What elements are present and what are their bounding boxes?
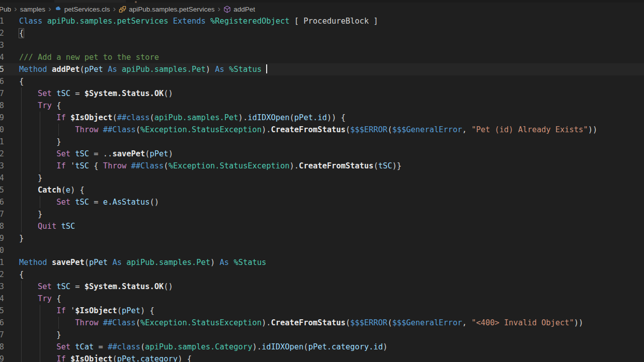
line-number[interactable]: 14 [0, 172, 4, 184]
line-number[interactable]: 29 [0, 353, 4, 362]
breadcrumb-item-label: samples [20, 6, 45, 13]
code-line-text: /// Add a new pet to the store [19, 51, 159, 63]
code-line[interactable]: 29 If $IsObject(pPet.category) { [0, 353, 644, 362]
file-objectscript-icon [54, 6, 62, 13]
code-line[interactable]: 14 } [0, 172, 644, 184]
code-line-text: Set tCat = ##class(apiPub.samples.Catego… [19, 341, 387, 353]
breadcrumb: Pub›samples›petServices.cls›apiPub.sampl… [0, 3, 255, 16]
code-line-text: If 'tSC { Throw ##Class(%Exception.Statu… [19, 160, 401, 172]
code-line[interactable]: 27 } [0, 329, 644, 341]
line-number[interactable]: 18 [0, 220, 4, 232]
line-number[interactable]: 9 [0, 112, 4, 124]
code-line-text: Throw ##Class(%Exception.StatusException… [19, 124, 597, 136]
code-line-text: Set tSC = $System.Status.OK() [19, 87, 173, 100]
breadcrumb-item-label: apiPub.samples.petServices [129, 6, 214, 13]
line-number[interactable]: 20 [0, 244, 4, 256]
line-number[interactable]: 19 [0, 232, 4, 244]
code-line[interactable]: 19} [0, 232, 644, 244]
line-number[interactable]: 17 [0, 208, 4, 220]
code-line-text: { [19, 27, 24, 39]
code-line-text: Try { [19, 100, 61, 112]
line-number[interactable]: 8 [0, 100, 4, 112]
code-line[interactable]: 16 Set tSC = e.AsStatus() [0, 196, 644, 208]
code-line-text: Set tSC = ..savePet(pPet) [19, 148, 173, 160]
code-line[interactable]: 11 } [0, 136, 644, 148]
code-line[interactable]: 22{ [0, 268, 644, 281]
code-line[interactable]: 1Class apiPub.samples.petServices Extend… [0, 15, 644, 27]
line-number[interactable]: 4 [0, 51, 4, 63]
code-line[interactable]: 23 Set tSC = $System.Status.OK() [0, 281, 644, 293]
code-line[interactable]: 6{ [0, 75, 644, 87]
code-line-text: Try { [19, 293, 61, 305]
chevron-right-icon: › [217, 5, 220, 13]
code-line-text: If $IsObject(##class(apiPub.samples.Pet)… [19, 112, 346, 124]
code-line-text: } [19, 232, 24, 244]
code-editor[interactable]: 1Class apiPub.samples.petServices Extend… [0, 15, 644, 362]
code-line[interactable]: 21Method savePet(pPet As apiPub.samples.… [0, 256, 644, 268]
code-line[interactable]: 10 Throw ##Class(%Exception.StatusExcept… [0, 124, 644, 136]
line-number[interactable]: 27 [0, 329, 4, 341]
line-number[interactable]: 28 [0, 341, 4, 353]
code-line[interactable]: 25 If '$IsObject(pPet) { [0, 305, 644, 317]
chevron-right-icon: › [14, 5, 17, 13]
line-number[interactable]: 2 [0, 27, 4, 39]
line-number[interactable]: 21 [0, 256, 4, 268]
line-number[interactable]: 25 [0, 305, 4, 317]
breadcrumb-item-apipub-samples-petservices[interactable]: apiPub.samples.petServices [119, 6, 214, 13]
line-number[interactable]: 1 [0, 15, 4, 27]
code-line[interactable]: 7 Set tSC = $System.Status.OK() [0, 87, 644, 100]
line-number[interactable]: 10 [0, 124, 4, 136]
code-line[interactable]: 17 } [0, 208, 644, 220]
code-line[interactable]: 9 If $IsObject(##class(apiPub.samples.Pe… [0, 112, 644, 124]
code-line-text: Catch(e) { [19, 184, 85, 196]
code-line[interactable]: 4/// Add a new pet to the store [0, 51, 644, 63]
code-line[interactable]: 18 Quit tSC [0, 220, 644, 232]
code-line-text: } [19, 329, 61, 341]
code-line-text: } [19, 136, 61, 148]
code-line[interactable]: 2{ [0, 27, 644, 39]
code-line[interactable]: 3 [0, 39, 644, 51]
code-line[interactable]: 26 Throw ##Class(%Exception.StatusExcept… [0, 317, 644, 329]
line-number[interactable]: 3 [0, 39, 4, 51]
code-line-text: Set tSC = e.AsStatus() [19, 196, 159, 208]
code-line-text: { [19, 268, 24, 281]
breadcrumb-item-label: petServices.cls [64, 6, 110, 13]
line-number[interactable]: 6 [0, 75, 4, 87]
code-line[interactable]: 8 Try { [0, 100, 644, 112]
breadcrumb-item-label: addPet [233, 6, 255, 13]
code-line-text: Set tSC = $System.Status.OK() [19, 281, 173, 293]
breadcrumb-item-addpet[interactable]: addPet [223, 6, 255, 13]
line-number[interactable]: 7 [0, 87, 4, 100]
breadcrumb-item-pub[interactable]: Pub [0, 6, 11, 13]
code-line-text: } [19, 172, 42, 184]
code-line[interactable]: 12 Set tSC = ..savePet(pPet) [0, 148, 644, 160]
line-number[interactable]: 15 [0, 184, 4, 196]
code-line[interactable]: 15 Catch(e) { [0, 184, 644, 196]
code-line-text: If '$IsObject(pPet) { [19, 305, 154, 317]
line-number[interactable]: 16 [0, 196, 4, 208]
line-number[interactable]: 24 [0, 293, 4, 305]
breadcrumb-item-petservices-cls[interactable]: petServices.cls [54, 6, 110, 13]
chevron-right-icon: › [113, 5, 116, 13]
line-number[interactable]: 22 [0, 268, 4, 281]
line-number[interactable]: 12 [0, 148, 4, 160]
code-line-text: Method addPet(pPet As apiPub.samples.Pet… [19, 63, 267, 75]
line-number[interactable]: 5 [0, 63, 4, 75]
code-line-text: Quit tSC [19, 220, 75, 232]
code-line[interactable]: 5Method addPet(pPet As apiPub.samples.Pe… [0, 63, 644, 75]
symbol-method-icon [223, 6, 231, 13]
code-line-text: If $IsObject(pPet.category) { [19, 353, 192, 362]
code-line-text: } [19, 208, 42, 220]
code-line[interactable]: 13 If 'tSC { Throw ##Class(%Exception.St… [0, 160, 644, 172]
code-line-text: Method savePet(pPet As apiPub.samples.Pe… [19, 256, 266, 268]
code-line[interactable]: 20 [0, 244, 644, 256]
line-number[interactable]: 26 [0, 317, 4, 329]
breadcrumb-item-samples[interactable]: samples [20, 6, 45, 13]
line-number[interactable]: 11 [0, 136, 4, 148]
line-number[interactable]: 13 [0, 160, 4, 172]
line-number[interactable]: 23 [0, 281, 4, 293]
code-line[interactable]: 28 Set tCat = ##class(apiPub.samples.Cat… [0, 341, 644, 353]
code-line-text: Class apiPub.samples.petServices Extends… [19, 15, 378, 27]
code-line[interactable]: 24 Try { [0, 293, 644, 305]
symbol-class-icon [119, 6, 126, 13]
